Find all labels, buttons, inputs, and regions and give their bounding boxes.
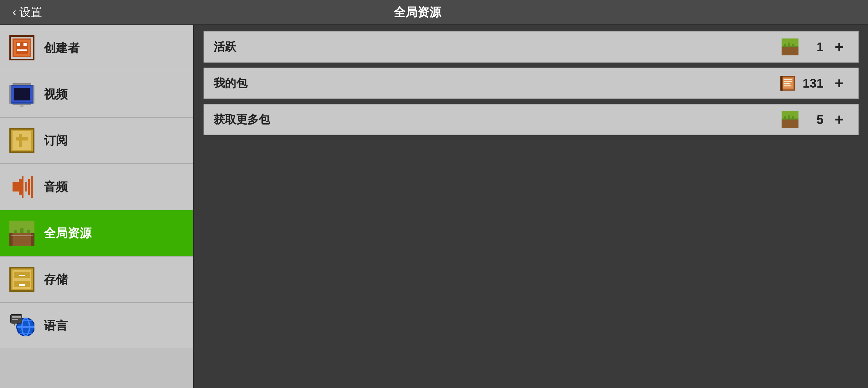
storage-icon (9, 267, 34, 292)
resource-count-active: 1 (805, 40, 824, 54)
sidebar-label-subscription: 订阅 (44, 133, 68, 149)
resource-row-get-more-packs[interactable]: 获取更多包 5 + (204, 104, 859, 135)
svg-rect-13 (9, 85, 11, 104)
sidebar-item-audio[interactable]: 音频 (0, 164, 193, 210)
svg-rect-30 (28, 179, 30, 195)
svg-rect-27 (19, 179, 22, 195)
svg-rect-68 (784, 79, 792, 80)
svg-rect-56 (12, 316, 21, 318)
svg-rect-16 (14, 88, 30, 100)
svg-rect-72 (781, 76, 783, 90)
svg-rect-39 (11, 235, 33, 236)
sidebar-label-creator: 创建者 (44, 40, 80, 56)
svg-rect-48 (9, 267, 11, 292)
svg-rect-57 (12, 319, 18, 320)
sidebar-item-language[interactable]: 语言 (0, 303, 193, 349)
svg-rect-78 (782, 119, 799, 120)
svg-rect-15 (12, 104, 31, 105)
svg-rect-3 (17, 43, 20, 46)
resource-row-active[interactable]: 活跃 1 + (204, 31, 859, 63)
svg-rect-22 (9, 128, 34, 130)
svg-rect-37 (20, 228, 24, 233)
svg-rect-6 (9, 35, 34, 37)
svg-rect-21 (16, 137, 28, 140)
sidebar-item-video[interactable]: 视频 (0, 71, 193, 118)
resource-right-my-packs: 131 + (779, 75, 848, 92)
svg-rect-7 (9, 59, 34, 60)
add-get-more-packs-button[interactable]: + (830, 112, 848, 127)
resource-label-active: 活跃 (214, 39, 782, 55)
audio-icon (9, 174, 34, 199)
sidebar: 创建者 视频 (0, 25, 194, 388)
svg-rect-26 (12, 182, 19, 192)
creator-icon (9, 35, 34, 60)
header: ‹ 设置 全局资源 (0, 0, 868, 25)
svg-rect-23 (9, 152, 34, 153)
svg-rect-28 (22, 176, 24, 198)
svg-rect-29 (25, 182, 27, 192)
resource-right-active: 1 + (782, 38, 848, 55)
video-icon (9, 82, 34, 107)
svg-rect-8 (9, 35, 11, 60)
language-icon (9, 313, 34, 338)
svg-rect-38 (27, 230, 30, 233)
subscription-icon (9, 128, 34, 153)
svg-rect-71 (784, 86, 791, 86)
back-button[interactable]: ‹ 设置 (12, 5, 42, 20)
sidebar-label-language: 语言 (44, 318, 68, 334)
svg-rect-36 (14, 230, 17, 233)
add-active-button[interactable]: + (830, 39, 848, 55)
svg-rect-44 (19, 275, 25, 276)
svg-rect-74 (782, 120, 799, 128)
svg-rect-46 (9, 267, 34, 268)
svg-rect-60 (782, 47, 799, 55)
resource-row-my-packs[interactable]: 我的包 131 (204, 68, 859, 99)
svg-rect-31 (31, 176, 33, 198)
sidebar-label-global-resources: 全局资源 (44, 225, 91, 241)
main-container: 创建者 视频 (0, 25, 868, 388)
svg-rect-4 (24, 43, 27, 46)
svg-rect-5 (17, 50, 27, 51)
svg-rect-9 (33, 35, 34, 60)
svg-rect-49 (33, 267, 34, 292)
svg-rect-17 (20, 105, 24, 107)
resource-count-my-packs: 131 (803, 76, 824, 90)
back-arrow-icon: ‹ (12, 6, 16, 19)
resource-right-get-more-packs: 5 + (782, 111, 848, 128)
grass-block-icon (782, 38, 799, 55)
sidebar-label-storage: 存储 (44, 271, 68, 288)
sidebar-item-global-resources[interactable]: 全局资源 (0, 210, 193, 257)
svg-rect-70 (784, 83, 790, 84)
svg-marker-58 (13, 323, 16, 326)
sidebar-item-storage[interactable]: 存储 (0, 257, 193, 303)
header-title: 全局资源 (42, 4, 793, 20)
svg-rect-14 (33, 85, 34, 104)
book-icon (779, 75, 796, 92)
resource-label-my-packs: 我的包 (214, 76, 779, 91)
svg-rect-25 (33, 128, 34, 153)
svg-rect-47 (9, 290, 34, 292)
svg-rect-24 (9, 128, 11, 153)
resource-label-get-more-packs: 获取更多包 (214, 112, 782, 127)
sidebar-label-video: 视频 (44, 86, 68, 102)
grass-block2-icon (782, 111, 799, 128)
svg-rect-12 (12, 83, 31, 85)
sidebar-label-audio: 音频 (44, 179, 68, 195)
global-resources-icon (9, 221, 34, 246)
svg-rect-69 (784, 81, 792, 82)
content-area: 活跃 1 + 我的包 (194, 25, 868, 388)
resource-count-get-more-packs: 5 (805, 112, 824, 127)
sidebar-item-subscription[interactable]: 订阅 (0, 118, 193, 164)
svg-rect-64 (782, 46, 799, 47)
sidebar-item-creator[interactable]: 创建者 (0, 25, 193, 71)
svg-rect-45 (19, 284, 25, 286)
back-label: 设置 (20, 5, 42, 20)
add-my-packs-button[interactable]: + (830, 75, 848, 91)
